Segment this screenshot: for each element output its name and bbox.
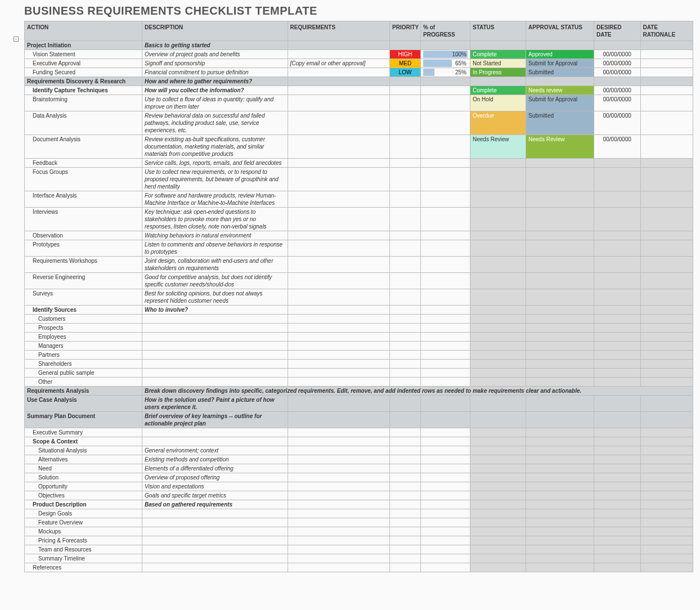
table-row[interactable]: Identify Capture TechniquesHow will you … [25,86,693,95]
table-row[interactable]: Team and Resources [25,545,693,554]
cell-requirements [288,111,390,135]
table-row[interactable]: ObjectivesGoals and specific target metr… [25,491,693,500]
table-row[interactable]: Use Case AnalysisHow is the solution use… [25,396,693,412]
cell-priority [390,545,421,554]
cell-description: Best for soliciting opinions, but does n… [142,289,288,306]
cell-priority [390,135,421,159]
cell-progress [421,536,470,545]
table-row[interactable]: Mockups [25,527,693,536]
cell-rationale [640,455,693,464]
table-row[interactable]: BrainstormingUse to collect a flow of id… [25,95,693,111]
table-row[interactable]: Summary Timeline [25,554,693,563]
col-header: REQUIREMENTS [288,21,390,41]
cell-description [142,536,288,545]
cell-approval [526,545,594,554]
cell-rationale [640,68,693,77]
cell-status [470,168,526,191]
collapse-icon[interactable]: − [14,37,19,42]
table-row[interactable]: Customers [25,315,693,324]
table-row[interactable]: Feature Overview [25,518,693,527]
table-row[interactable]: Partners [25,351,693,360]
col-header: PRIORITY [390,21,421,41]
table-row[interactable]: Identify SourcesWho to involve? [25,306,693,315]
cell-action: Need [25,464,142,473]
table-row[interactable]: Other [25,378,693,387]
cell-priority [390,536,421,545]
table-row[interactable]: NeedElements of a differentiated offerin… [25,464,693,473]
table-row[interactable]: FeedbackService calls, logs, reports, em… [25,159,693,168]
cell-requirements [288,50,390,59]
cell-approval: Submit for Approval [526,59,594,68]
cell-rationale [640,473,693,482]
table-row[interactable]: Pricing & Forecasts [25,536,693,545]
table-row[interactable]: Summary Plan DocumentBrief overview of k… [25,412,693,428]
table-row[interactable]: Situational AnalysisGeneral environment;… [25,446,693,455]
table-row[interactable]: Shareholders [25,360,693,369]
cell-requirements [288,333,390,342]
table-row[interactable]: General public sample [25,369,693,378]
table-row[interactable]: Data AnalysisReview behavioral data on s… [25,111,693,135]
cell-priority [390,208,421,231]
cell-description: How will you collect the information? [142,86,288,95]
cell-action: Pricing & Forecasts [25,536,142,545]
table-row[interactable]: Design Goals [25,509,693,518]
cell-action: Requirements Analysis [25,387,142,396]
checklist-table: ACTIONDESCRIPTIONREQUIREMENTSPRIORITY% o… [24,21,693,572]
table-row[interactable]: References [25,563,693,572]
table-row[interactable]: Requirements Discovery & ResearchHow and… [25,77,693,86]
cell-rationale [640,135,693,159]
cell-progress [421,273,470,289]
table-row[interactable]: Employees [25,333,693,342]
table-row[interactable]: Interface AnalysisFor software and hardw… [25,191,693,208]
cell-requirements [288,360,390,369]
table-row[interactable]: Vision StatementOverview of project goal… [25,50,693,59]
table-row[interactable]: Product DescriptionBased on gathered req… [25,500,693,509]
table-row[interactable]: Requirements AnalysisBreak down discover… [25,387,693,396]
cell-rationale [640,491,693,500]
table-row[interactable]: AlternativesExisting methods and competi… [25,455,693,464]
table-row[interactable]: Reverse EngineeringGood for competitive … [25,273,693,289]
table-row[interactable]: Executive ApprovalSignoff and sponsorshi… [25,59,693,68]
table-row[interactable]: SolutionOverview of proposed offering [25,473,693,482]
table-row[interactable]: InterviewsKey technique: ask open-ended … [25,208,693,231]
table-row[interactable]: Prospects [25,324,693,333]
table-row[interactable]: Document AnalysisReview existing as-buil… [25,135,693,159]
table-row[interactable]: Executive Summary [25,428,693,437]
cell-progress [421,135,470,159]
cell-approval [526,369,594,378]
cell-requirements [288,351,390,360]
table-row[interactable]: Requirements WorkshopsJoint design, coll… [25,257,693,273]
cell-approval: Submitted [526,68,594,77]
table-row[interactable]: Project InitiationBasics to getting star… [25,41,693,50]
cell-requirements [288,545,390,554]
cell-rationale [640,360,693,369]
cell-progress [421,518,470,527]
table-row[interactable]: Funding SecuredFinancial commitment to p… [25,68,693,77]
cell-priority [390,473,421,482]
cell-progress [421,563,470,572]
cell-progress [421,396,470,412]
cell-progress [421,455,470,464]
table-row[interactable]: SurveysBest for soliciting opinions, but… [25,289,693,306]
cell-status [470,351,526,360]
table-row[interactable]: Managers [25,342,693,351]
table-row[interactable]: Focus GroupsUse to collect new requireme… [25,168,693,191]
cell-rationale [640,333,693,342]
cell-approval: Submitted [526,111,594,135]
cell-priority: HIGH [390,50,421,59]
table-row[interactable]: ObservationWatching behaviors in natural… [25,231,693,240]
table-row[interactable]: Scope & Context [25,437,693,446]
table-row[interactable]: OpportunityVision and expectations [25,482,693,491]
cell-requirements [288,396,390,412]
cell-rationale [640,86,693,95]
cell-rationale [640,527,693,536]
cell-description: Review existing as-built specifications,… [142,135,288,159]
cell-action: Prototypes [25,240,142,257]
cell-description: Based on gathered requirements [142,500,288,509]
cell-approval [526,168,594,191]
table-row[interactable]: PrototypesListen to comments and observe… [25,240,693,257]
cell-progress: 65% [421,59,470,68]
cell-progress [421,191,470,208]
cell-date [594,563,641,572]
cell-approval [526,482,594,491]
